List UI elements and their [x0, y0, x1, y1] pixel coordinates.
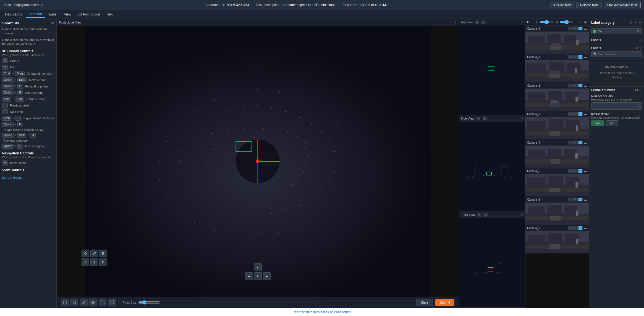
- menu-view[interactable]: View: [61, 11, 74, 17]
- cam5-c-btn[interactable]: C: [568, 169, 573, 173]
- cam1-f-btn[interactable]: F: [573, 55, 578, 59]
- menu-help[interactable]: Help: [104, 11, 116, 17]
- cam2-b-btn[interactable]: B: [578, 84, 583, 87]
- menu-shortcuts[interactable]: Shortcuts: [26, 11, 45, 18]
- brightness-slider[interactable]: [540, 20, 554, 24]
- top-view-body[interactable]: [459, 25, 525, 115]
- front-view-expand[interactable]: ⤢: [521, 213, 523, 217]
- frame-attrs-collapse-icon[interactable]: ⊡: [635, 88, 638, 92]
- cam3-f-btn[interactable]: F: [573, 112, 578, 116]
- cam3-b-btn[interactable]: B: [578, 112, 583, 116]
- cam4-c-btn[interactable]: C: [568, 141, 573, 144]
- label-panel-edit-icon[interactable]: ✏: [639, 20, 642, 25]
- topbar: Hello, chopt@amazon.com Customer ID: 931…: [0, 0, 644, 10]
- cam0-c-btn[interactable]: C: [568, 27, 573, 30]
- cam4-f-btn[interactable]: F: [573, 141, 578, 144]
- svg-point-43: [349, 197, 350, 198]
- pointcloud-view[interactable]: ▲ ◀ ▼ ▶ Q W: [57, 26, 459, 297]
- cam2-f-btn[interactable]: F: [573, 84, 578, 87]
- cam6-f-btn[interactable]: F: [573, 198, 578, 201]
- camera-strip-expand[interactable]: ⤢: [580, 20, 583, 24]
- side-view-expand[interactable]: ⤢: [521, 117, 523, 120]
- svg-rect-174: [551, 100, 559, 103]
- labels-filter-icon[interactable]: ⊟: [639, 38, 642, 42]
- save-button[interactable]: Save: [416, 299, 433, 306]
- label-search-input[interactable]: [598, 53, 640, 56]
- cam1-b-btn[interactable]: B: [578, 55, 583, 59]
- tool-box[interactable]: [70, 299, 78, 306]
- svg-point-132: [481, 273, 481, 273]
- nav-down-button[interactable]: ▼: [254, 272, 262, 280]
- label-category-dropdown[interactable]: Car ▼: [591, 28, 642, 34]
- key-w[interactable]: W: [90, 250, 98, 257]
- camera-strip-grid[interactable]: ⊞: [584, 20, 587, 24]
- cam7-f-btn[interactable]: F: [573, 226, 578, 230]
- intersection-no-button[interactable]: No: [606, 120, 618, 126]
- side-view-body[interactable]: [459, 122, 525, 211]
- attr-num-cars-input[interactable]: [593, 104, 638, 108]
- point-size-slider[interactable]: [138, 300, 160, 305]
- labels-sort-icon[interactable]: ⇅: [634, 38, 637, 42]
- cam1-minimize[interactable]: ▬: [584, 55, 587, 59]
- front-view-close[interactable]: ×: [477, 213, 481, 217]
- cam4-minimize[interactable]: ▬: [584, 141, 587, 144]
- cam3-minimize[interactable]: ▬: [584, 112, 587, 116]
- top-view-c[interactable]: C: [481, 20, 485, 24]
- labels-title: Labels: [591, 38, 601, 42]
- cam0-f-btn[interactable]: F: [573, 27, 578, 30]
- cam5-f-btn[interactable]: F: [573, 169, 578, 173]
- nav-left-button[interactable]: ◀: [245, 272, 253, 280]
- cam5-b-btn[interactable]: B: [578, 169, 583, 173]
- release-task-button[interactable]: Release task: [577, 2, 601, 8]
- key-e[interactable]: E: [99, 250, 107, 257]
- cam1-c-btn[interactable]: C: [568, 55, 573, 59]
- cam7-c-btn[interactable]: C: [568, 226, 573, 230]
- menu-instructions[interactable]: Instructions: [2, 11, 25, 17]
- key-a[interactable]: A: [82, 258, 89, 266]
- labels-sort2-icon[interactable]: ⇅: [635, 46, 638, 50]
- cam6-c-btn[interactable]: C: [568, 198, 573, 201]
- menu-3d-point-cloud[interactable]: 3D Point Cloud: [75, 11, 103, 17]
- stop-resume-button[interactable]: Stop and resume later: [604, 2, 641, 8]
- submit-button[interactable]: Submit: [435, 299, 454, 306]
- key-d[interactable]: D: [99, 258, 107, 266]
- tool-select[interactable]: [99, 299, 106, 306]
- cam2-minimize[interactable]: ▬: [584, 84, 587, 87]
- nav-up-button[interactable]: ▲: [254, 263, 262, 271]
- menu-label[interactable]: Label: [46, 11, 60, 17]
- labels-filter2-icon[interactable]: ▽: [639, 46, 642, 50]
- side-view-c[interactable]: C: [483, 117, 487, 120]
- svg-point-32: [216, 117, 216, 118]
- front-view-body[interactable]: [459, 218, 525, 307]
- nav-right-button[interactable]: ▶: [263, 272, 271, 280]
- cam0-b-btn[interactable]: B: [578, 27, 583, 30]
- cam6-b-btn[interactable]: B: [578, 198, 583, 201]
- cam7-minimize[interactable]: ▬: [584, 226, 587, 230]
- cam2-c-btn[interactable]: C: [568, 84, 573, 87]
- tool-circle[interactable]: [61, 299, 69, 306]
- cam6-minimize[interactable]: ▬: [584, 198, 587, 201]
- cam5-minimize[interactable]: ▬: [584, 169, 587, 173]
- cam7-b-btn[interactable]: B: [578, 226, 583, 230]
- cam4-b-btn[interactable]: B: [578, 141, 583, 144]
- label-panel-collapse-icon[interactable]: ⊡: [629, 20, 632, 25]
- key-q[interactable]: Q: [82, 250, 89, 257]
- tool-move[interactable]: [89, 299, 97, 306]
- decline-task-button[interactable]: Decline task: [551, 2, 574, 8]
- contrast-slider[interactable]: [560, 20, 574, 24]
- tool-fullscreen[interactable]: [108, 299, 116, 306]
- frame-attrs-expand-icon[interactable]: ⤢: [639, 88, 642, 92]
- label-panel-expand-icon[interactable]: ⤢: [634, 20, 637, 25]
- top-view-expand[interactable]: ⤢: [521, 20, 523, 24]
- key-s[interactable]: S: [90, 258, 98, 266]
- shortcuts-close-button[interactable]: ✕: [51, 21, 54, 25]
- side-view-close[interactable]: ×: [477, 117, 480, 120]
- cam0-minimize[interactable]: ▬: [584, 27, 587, 30]
- cam3-c-btn[interactable]: C: [568, 112, 573, 116]
- more-shortcuts-link[interactable]: More shortcuts: [2, 176, 22, 179]
- tool-pen[interactable]: [80, 299, 88, 306]
- front-view-c[interactable]: C: [483, 213, 488, 217]
- intersection-yes-button[interactable]: Yes: [591, 120, 604, 126]
- pointcloud-panel-close[interactable]: ×: [455, 20, 457, 24]
- attr-num-cars-stepper[interactable]: ▲ ▼: [638, 103, 640, 108]
